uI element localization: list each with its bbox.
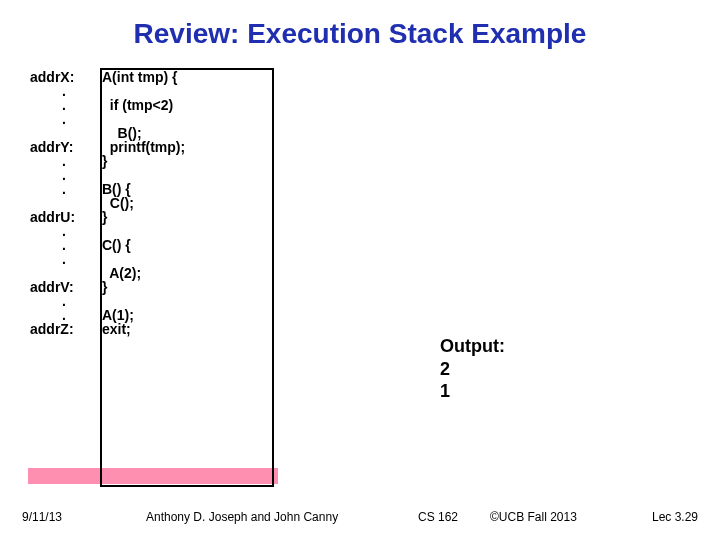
code-row: . — [28, 294, 187, 308]
code-cell: } — [100, 154, 187, 168]
code-row: .A(1); — [28, 308, 187, 322]
output-line-1: 2 — [440, 358, 505, 381]
addr-cell: . — [28, 112, 100, 126]
code-cell: A(int tmp) { — [100, 70, 187, 84]
code-cell: } — [100, 210, 187, 224]
code-row: addrZ:exit; — [28, 322, 187, 336]
code-cell: printf(tmp); — [100, 140, 187, 154]
code-cell: if (tmp<2) — [100, 98, 187, 112]
code-row: addrX:A(int tmp) { — [28, 70, 187, 84]
code-cell: B() { — [100, 182, 187, 196]
code-cell — [100, 224, 187, 238]
code-row: . — [28, 84, 187, 98]
addr-cell: . — [28, 84, 100, 98]
addr-cell: . — [28, 154, 100, 168]
code-row: .C() { — [28, 238, 187, 252]
footer-copy: ©UCB Fall 2013 — [490, 510, 577, 524]
code-row: addrY: printf(tmp); — [28, 140, 187, 154]
code-row: . if (tmp<2) — [28, 98, 187, 112]
code-row: . — [28, 252, 187, 266]
code-row: addrV:} — [28, 280, 187, 294]
addr-cell: . — [28, 168, 100, 182]
code-cell: exit; — [100, 322, 187, 336]
addr-cell: . — [28, 98, 100, 112]
addr-cell: addrU: — [28, 210, 100, 224]
addr-cell: . — [28, 238, 100, 252]
code-cell: B(); — [100, 126, 187, 140]
output-label: Output: — [440, 335, 505, 358]
exit-highlight — [28, 468, 278, 484]
code-row: A(2); — [28, 266, 187, 280]
footer-date: 9/11/13 — [22, 510, 62, 524]
slide: Review: Execution Stack Example addrX:A(… — [0, 0, 720, 540]
addr-cell: . — [28, 294, 100, 308]
addr-cell: . — [28, 224, 100, 238]
addr-cell: . — [28, 182, 100, 196]
footer-lec: Lec 3.29 — [652, 510, 698, 524]
addr-cell: . — [28, 308, 100, 322]
addr-cell: addrV: — [28, 280, 100, 294]
code-row: . — [28, 168, 187, 182]
code-cell — [100, 294, 187, 308]
code-cell — [100, 112, 187, 126]
footer-author: Anthony D. Joseph and John Canny — [146, 510, 338, 524]
code-row: addrU:} — [28, 210, 187, 224]
addr-cell: addrY: — [28, 140, 100, 154]
code-row: .B() { — [28, 182, 187, 196]
code-listing: addrX:A(int tmp) {.. if (tmp<2). B();add… — [28, 70, 288, 336]
code-cell — [100, 168, 187, 182]
code-table: addrX:A(int tmp) {.. if (tmp<2). B();add… — [28, 70, 187, 336]
addr-cell — [28, 196, 100, 210]
code-cell: A(2); — [100, 266, 187, 280]
code-row: . — [28, 224, 187, 238]
code-cell: A(1); — [100, 308, 187, 322]
output-block: Output: 2 1 — [440, 335, 505, 403]
addr-cell: addrX: — [28, 70, 100, 84]
addr-cell: addrZ: — [28, 322, 100, 336]
addr-cell — [28, 266, 100, 280]
code-cell: C(); — [100, 196, 187, 210]
slide-title: Review: Execution Stack Example — [0, 18, 720, 50]
code-row: C(); — [28, 196, 187, 210]
code-cell — [100, 252, 187, 266]
code-row: . — [28, 112, 187, 126]
code-cell: } — [100, 280, 187, 294]
code-cell: C() { — [100, 238, 187, 252]
addr-cell: . — [28, 252, 100, 266]
output-line-2: 1 — [440, 380, 505, 403]
addr-cell — [28, 126, 100, 140]
code-row: .} — [28, 154, 187, 168]
code-row: B(); — [28, 126, 187, 140]
code-cell — [100, 84, 187, 98]
footer-course: CS 162 — [418, 510, 458, 524]
